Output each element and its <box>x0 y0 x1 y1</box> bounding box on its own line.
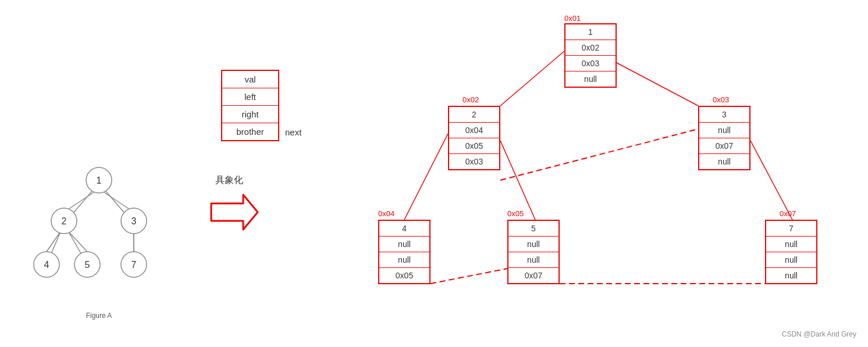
arrow-svg <box>208 192 261 232</box>
addr-label-0x04: 0x04 <box>378 209 394 218</box>
svg-text:7: 7 <box>131 260 137 270</box>
node-0x02: 2 0x04 0x05 0x03 <box>448 106 500 170</box>
svg-text:2: 2 <box>62 216 67 226</box>
tree-section: 1 2 3 4 5 7 Figure A <box>17 157 180 320</box>
addr-0x07: 0x07 <box>780 208 796 219</box>
addr-0x04: 0x04 <box>378 208 394 219</box>
svg-marker-30 <box>211 195 258 230</box>
addr-label-0x02: 0x02 <box>463 95 479 104</box>
mem-row-0x03-right: 0x07 <box>699 138 749 154</box>
mem-row-0x05-left: null <box>508 237 558 252</box>
node-0x04: 4 null null 0x05 <box>378 220 431 284</box>
next-label: next <box>285 127 301 137</box>
watermark: CSDN @Dark And Grey <box>782 330 856 338</box>
mem-row-0x04-right: null <box>379 252 429 268</box>
mem-row-0x05-right: null <box>508 252 558 268</box>
mem-row-0x07-left: null <box>766 237 816 252</box>
addr-label-0x03: 0x03 <box>713 95 729 104</box>
arrow-section <box>208 192 261 235</box>
mem-row-0x02-left: 0x04 <box>449 123 499 138</box>
mem-row-0x02-val: 2 <box>449 107 499 123</box>
mem-row-0x07-right: null <box>766 252 816 268</box>
struct-row-brother: brother next <box>222 123 278 140</box>
svg-line-13 <box>64 189 99 212</box>
mem-row-0x07-brother: null <box>766 268 816 283</box>
node-0x03: 3 null 0x07 null <box>698 106 750 170</box>
addr-label-0x05: 0x05 <box>507 209 524 218</box>
addr-0x05: 0x05 <box>507 208 524 219</box>
main-container: 1 2 3 4 5 7 Figure A val left right br <box>0 0 868 347</box>
mem-row-0x04-val: 4 <box>379 221 429 237</box>
svg-line-6 <box>617 63 698 106</box>
svg-line-10 <box>500 129 698 180</box>
svg-text:4: 4 <box>44 260 49 270</box>
svg-line-5 <box>500 51 564 106</box>
addr-label-0x07: 0x07 <box>780 209 796 218</box>
concretize-label: 具象化 <box>215 174 243 187</box>
addr-0x03: 0x03 <box>713 94 729 105</box>
mem-row-0x07-val: 7 <box>766 221 816 237</box>
mem-row-0x01-left: 0x02 <box>565 40 616 56</box>
node-struct: val left right brother next <box>221 70 279 141</box>
node-0x01: 1 0x02 0x03 null <box>564 23 617 88</box>
node-0x05: 5 null null 0x07 <box>507 220 560 284</box>
tree-svg: 1 2 3 4 5 7 <box>17 157 180 308</box>
addr-label-0x01: 0x01 <box>564 14 581 23</box>
node-0x07: 7 null null null <box>765 220 817 284</box>
mem-row-0x05-val: 5 <box>508 221 558 237</box>
mem-row-0x01-right: 0x03 <box>565 56 616 71</box>
mem-row-0x04-brother: 0x05 <box>379 268 429 283</box>
mem-row-0x05-brother: 0x07 <box>508 268 558 283</box>
addr-0x02: 0x02 <box>463 94 479 105</box>
mem-row-0x03-left: null <box>699 123 749 138</box>
addr-0x01: 0x01 <box>564 13 581 23</box>
struct-box: val left right brother next <box>221 70 279 141</box>
mem-row-0x02-right: 0x05 <box>449 138 499 154</box>
svg-line-7 <box>404 134 448 220</box>
svg-text:5: 5 <box>85 260 90 270</box>
mem-row-0x04-left: null <box>379 237 429 252</box>
svg-line-11 <box>431 269 507 284</box>
mem-row-0x03-brother: null <box>699 154 749 169</box>
struct-row-left: left <box>222 88 278 106</box>
struct-row-val: val <box>222 71 278 88</box>
mem-row-0x02-brother: 0x03 <box>449 154 499 169</box>
mem-row-0x03-val: 3 <box>699 107 749 123</box>
svg-text:1: 1 <box>97 176 102 185</box>
figure-label: Figure A <box>17 312 180 320</box>
mem-row-0x01-brother: null <box>565 71 616 87</box>
svg-text:3: 3 <box>131 216 137 226</box>
struct-row-right: right <box>222 106 278 123</box>
svg-line-14 <box>99 189 134 212</box>
mem-row-0x01-val: 1 <box>565 24 616 40</box>
